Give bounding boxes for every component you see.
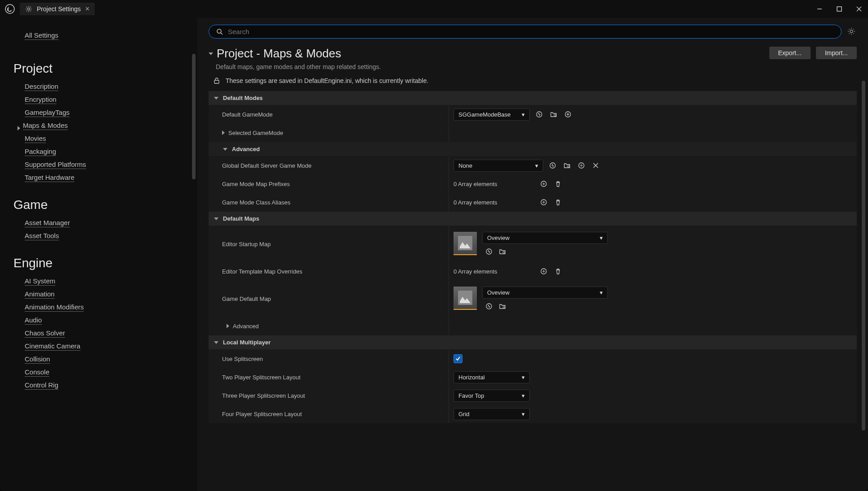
delete-icon[interactable]	[553, 179, 563, 189]
unreal-logo-icon	[4, 3, 16, 15]
add-element-icon[interactable]	[539, 197, 549, 207]
sidebar-item-ai-system[interactable]: AI System	[25, 277, 55, 285]
tab-project-settings[interactable]: Project Settings ×	[20, 3, 95, 15]
add-icon[interactable]	[576, 161, 586, 170]
sidebar-item-collision[interactable]: Collision	[25, 355, 50, 363]
prop-label-template-overrides: Editor Template Map Overrides	[209, 268, 449, 275]
sidebar-item-maps-modes[interactable]: Maps & Modes	[23, 122, 68, 129]
game-default-map-dropdown[interactable]: Oveview ▾	[482, 287, 608, 299]
map-thumbnail-icon[interactable]	[454, 232, 477, 255]
close-button[interactable]	[854, 4, 864, 14]
sidebar-item-target-hardware[interactable]: Target Hardware	[25, 174, 74, 181]
sidebar-item-gameplaytags[interactable]: GameplayTags	[25, 109, 70, 116]
sidebar-item-console[interactable]: Console	[25, 368, 49, 376]
prop-label-four-player: Four Player Splitscreen Layout	[209, 411, 449, 417]
chevron-right-icon	[17, 126, 20, 130]
sidebar-item-control-rig[interactable]: Control Rig	[25, 381, 58, 389]
svg-point-8	[850, 30, 853, 33]
chevron-down-icon: ▾	[522, 374, 525, 381]
map-thumbnail-icon[interactable]	[454, 287, 477, 310]
sidebar-item-description[interactable]: Description	[25, 83, 58, 90]
chevron-down-icon: ▾	[535, 162, 538, 169]
delete-icon[interactable]	[553, 266, 563, 276]
use-selected-icon[interactable]	[548, 161, 558, 170]
maximize-button[interactable]	[834, 4, 845, 14]
delete-icon[interactable]	[553, 197, 563, 207]
prop-label-two-player: Two Player Splitscreen Layout	[209, 374, 449, 381]
editor-startup-map-dropdown[interactable]: Oveview ▾	[482, 232, 608, 244]
use-selected-icon[interactable]	[484, 247, 494, 256]
page-title: Project - Maps & Modes	[209, 47, 769, 61]
search-icon	[216, 28, 223, 35]
import-button[interactable]: Import...	[816, 47, 857, 59]
chevron-down-icon	[223, 148, 227, 151]
add-element-icon[interactable]	[539, 179, 549, 189]
prop-label-selected-gamemode[interactable]: Selected GameMode	[209, 130, 449, 136]
heading-row: Project - Maps & Modes Default maps, gam…	[209, 47, 857, 70]
section-default-maps[interactable]: Default Maps	[209, 212, 857, 226]
chevron-down-icon: ▾	[600, 289, 603, 296]
titlebar: Project Settings ×	[0, 0, 868, 18]
svg-point-36	[486, 304, 492, 309]
sidebar-item-cinematic-camera[interactable]: Cinematic Camera	[25, 342, 80, 350]
chevron-right-icon	[227, 324, 229, 328]
array-count: 0 Array elements	[454, 199, 534, 206]
sidebar-scrollbar[interactable]	[192, 54, 196, 179]
clear-icon[interactable]	[591, 161, 601, 170]
prop-label-three-player: Three Player Splitscreen Layout	[209, 392, 449, 399]
four-player-dropdown[interactable]: Grid ▾	[454, 408, 530, 420]
browse-icon[interactable]	[562, 161, 572, 170]
chevron-down-icon	[214, 341, 218, 344]
add-icon[interactable]	[563, 109, 573, 119]
svg-rect-3	[837, 7, 842, 11]
default-gamemode-dropdown[interactable]: SGGameModeBase ▾	[454, 109, 530, 121]
sidebar-item-chaos-solver[interactable]: Chaos Solver	[25, 329, 65, 337]
sidebar-item-animation-modifiers[interactable]: Animation Modifiers	[25, 303, 84, 311]
add-element-icon[interactable]	[539, 266, 549, 276]
browse-icon[interactable]	[497, 247, 507, 256]
chevron-down-icon: ▾	[522, 411, 525, 417]
browse-icon[interactable]	[549, 109, 558, 119]
sidebar: All Settings Project Description Encrypt…	[0, 18, 197, 491]
chevron-down-icon: ▾	[600, 235, 603, 241]
content-scrollbar[interactable]	[862, 81, 865, 430]
content: Project - Maps & Modes Default maps, gam…	[197, 18, 868, 491]
titlebar-left: Project Settings ×	[4, 3, 95, 15]
prop-label-advanced2[interactable]: Advanced	[209, 323, 449, 330]
three-player-dropdown[interactable]: Favor Top ▾	[454, 390, 530, 402]
prop-label-game-default-map: Game Default Map	[209, 295, 449, 302]
section-default-modes[interactable]: Default Modes	[209, 91, 857, 105]
sidebar-item-audio[interactable]: Audio	[25, 316, 42, 324]
section-local-multiplayer[interactable]: Local Multiplayer	[209, 335, 857, 350]
search-input[interactable]	[228, 28, 834, 35]
sidebar-item-supported-platforms[interactable]: Supported Platforms	[25, 161, 86, 168]
browse-icon[interactable]	[497, 301, 507, 311]
chevron-down-icon[interactable]	[209, 52, 213, 55]
chevron-down-icon: ▾	[522, 392, 525, 399]
sidebar-item-asset-manager[interactable]: Asset Manager	[25, 219, 70, 226]
search-row	[209, 25, 857, 39]
svg-point-6	[217, 29, 221, 33]
global-server-gm-dropdown[interactable]: None ▾	[454, 160, 543, 172]
sidebar-all-settings[interactable]: All Settings	[25, 31, 58, 39]
window-controls	[814, 4, 864, 14]
sidebar-item-animation[interactable]: Animation	[25, 290, 55, 298]
sidebar-item-packaging[interactable]: Packaging	[25, 148, 56, 155]
use-selected-icon[interactable]	[534, 109, 544, 119]
use-splitscreen-checkbox[interactable]	[454, 354, 462, 363]
two-player-dropdown[interactable]: Horizontal ▾	[454, 371, 530, 383]
sidebar-item-asset-tools[interactable]: Asset Tools	[25, 232, 59, 239]
search-box[interactable]	[209, 25, 842, 39]
export-button[interactable]: Export...	[769, 47, 811, 59]
minimize-button[interactable]	[814, 4, 825, 14]
use-selected-icon[interactable]	[484, 301, 494, 311]
sidebar-category-engine: Engine	[13, 256, 193, 270]
svg-rect-9	[214, 80, 219, 83]
page-subtitle: Default maps, game modes and other map r…	[216, 63, 769, 70]
writable-notice: These settings are saved in DefaultEngin…	[213, 77, 857, 84]
sidebar-item-movies[interactable]: Movies	[25, 135, 46, 142]
close-icon[interactable]: ×	[85, 5, 89, 13]
settings-gear-button[interactable]	[847, 27, 857, 37]
section-advanced[interactable]: Advanced	[209, 142, 857, 156]
sidebar-item-encryption[interactable]: Encryption	[25, 96, 57, 103]
